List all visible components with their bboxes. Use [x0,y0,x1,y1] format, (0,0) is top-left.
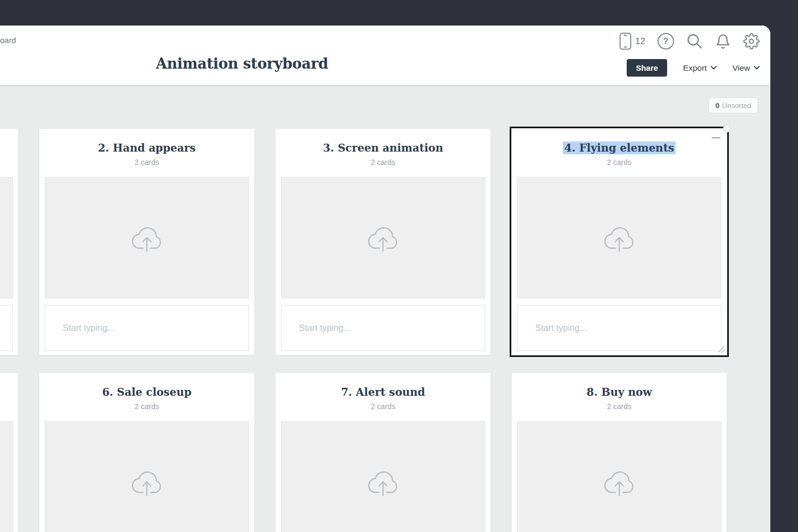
scene-title[interactable]: 8. Buy now [512,386,727,398]
frame-count: 12 [635,36,645,47]
image-dropzone[interactable] [45,421,249,532]
storyboard-canvas: 0 Unsorted 2. Hand appears 2 cards [0,85,770,532]
view-menu-button[interactable]: View [733,63,760,73]
unsorted-count: 0 [716,102,720,110]
app-window: oard Animation storyboard 12 ? [0,26,770,532]
upload-cloud-icon [363,466,403,498]
share-button[interactable]: Share [627,59,667,77]
desktop-background: oard Animation storyboard 12 ? [0,0,798,532]
gear-icon[interactable] [743,33,760,49]
image-dropzone[interactable] [517,177,721,298]
storyboard-scene-card[interactable]: 2. Hand appears 2 cards Start typing... [39,128,255,355]
storyboard-scene-card-partial[interactable] [0,372,19,532]
unsorted-label: Unsorted [722,102,751,110]
help-icon[interactable]: ? [658,33,674,49]
scene-notes-input[interactable]: Start typing... [517,305,721,351]
header-icon-row: 12 ? [619,32,760,50]
resize-grip-icon[interactable] [717,345,725,353]
scene-notes-input[interactable]: Start typing... [281,305,485,351]
frame-count-button[interactable]: 12 [619,32,645,50]
scene-title[interactable]: 3. Screen animation [276,142,491,154]
scene-card-count: 2 cards [512,402,727,411]
scene-title[interactable]: 2. Hand appears [39,142,254,154]
image-dropzone[interactable] [0,177,13,298]
export-menu-button[interactable]: Export [683,63,717,73]
image-dropzone[interactable] [517,421,721,532]
chevron-down-icon [711,66,717,70]
header-action-row: Share Export View [627,59,760,77]
image-dropzone[interactable] [45,177,249,298]
upload-cloud-icon [127,466,167,498]
upload-cloud-icon [600,221,639,254]
image-dropzone[interactable] [281,177,485,298]
scene-card-count: 2 cards [276,402,491,411]
scene-title[interactable]: 7. Alert sound [276,386,491,398]
scene-card-count: 2 cards [276,158,491,167]
page-title[interactable]: Animation storyboard [156,55,328,72]
storyboard-scene-card[interactable]: 3. Screen animation 2 cards Start typing… [275,128,491,355]
selection-corner-handle[interactable] [723,124,731,132]
image-dropzone[interactable] [281,421,485,532]
image-dropzone[interactable] [0,421,13,532]
upload-cloud-icon [600,466,639,498]
scene-notes-input[interactable]: Start typing... [45,305,249,351]
chevron-down-icon [754,66,760,70]
scene-title[interactable]: 6. Sale closeup [39,386,254,398]
scene-card-count: 2 cards [512,158,727,167]
search-icon[interactable] [686,33,703,49]
breadcrumb[interactable]: oard [0,36,16,45]
scene-notes-input[interactable] [0,305,13,351]
scene-card-count: 2 cards [39,158,254,167]
collapse-dash-icon[interactable] [712,137,720,138]
scene-title[interactable]: 4. Flying elements [512,142,727,154]
scene-card-count: 2 cards [39,402,254,411]
upload-cloud-icon [127,221,167,254]
unsorted-badge[interactable]: 0 Unsorted [709,97,758,113]
storyboard-scene-card[interactable]: 7. Alert sound 2 cards [275,372,491,532]
storyboard-scene-card[interactable]: 6. Sale closeup 2 cards [39,372,255,532]
storyboard-scene-card[interactable]: 8. Buy now 2 cards [511,372,727,532]
upload-cloud-icon [363,221,403,254]
storyboard-scene-card-selected[interactable]: 4. Flying elements 2 cards Start typing.… [511,128,727,355]
phone-icon [619,32,631,50]
storyboard-scene-card-partial[interactable] [0,128,19,355]
app-header: oard Animation storyboard 12 ? [0,26,770,85]
bell-icon[interactable] [715,33,731,50]
